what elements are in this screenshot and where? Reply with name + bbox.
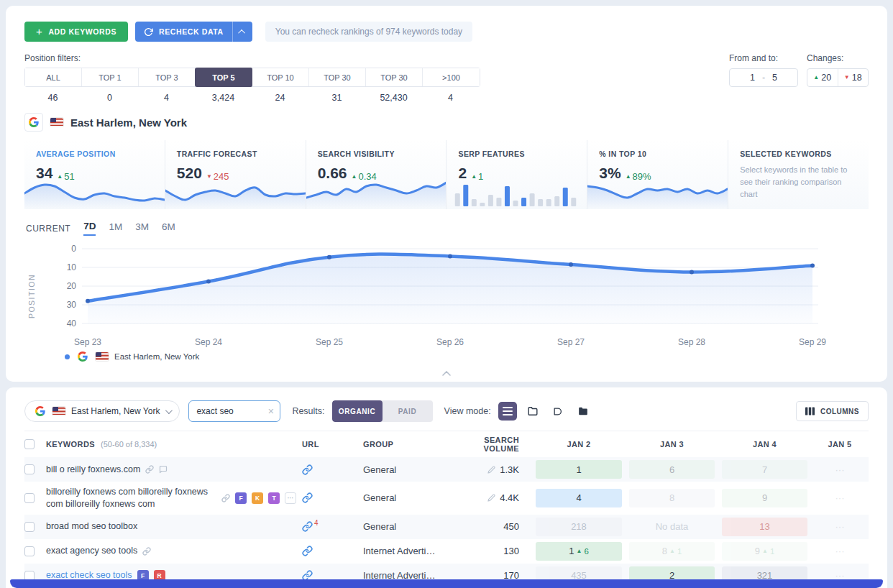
- from-value[interactable]: 1: [750, 73, 755, 83]
- google-icon: [75, 349, 90, 364]
- link-icon: [145, 465, 154, 474]
- refresh-icon: [144, 27, 153, 37]
- changes-down-filter[interactable]: ▼ 18: [838, 69, 869, 86]
- folder-view-icon[interactable]: [523, 402, 542, 421]
- chart-range-tabs: CURRENT7D1M3M6M: [24, 221, 869, 236]
- position-filter-tab--100[interactable]: >100: [423, 68, 480, 86]
- add-keywords-button[interactable]: + ADD KEYWORDS: [24, 22, 128, 42]
- position-filter-tab-top-5[interactable]: TOP 5: [195, 68, 253, 87]
- position-filter-count: 52,430: [365, 88, 422, 107]
- chart-range-tab-current[interactable]: CURRENT: [26, 224, 70, 234]
- to-value[interactable]: 5: [772, 73, 777, 83]
- toolbar: + ADD KEYWORDS RECHECK DATA You can rech…: [24, 22, 869, 42]
- triangle-down-icon: ▼: [844, 74, 850, 81]
- changes-up-filter[interactable]: ▲ 20: [807, 69, 838, 86]
- position-filter-tab-top-30[interactable]: TOP 30: [309, 68, 366, 86]
- svg-text:Sep 27: Sep 27: [557, 337, 585, 347]
- position-filters-label: Position filters:: [24, 53, 81, 63]
- position-filter-tab-top-30[interactable]: TOP 30: [366, 68, 423, 86]
- rank-tracker-app: + ADD KEYWORDS RECHECK DATA You can rech…: [0, 6, 893, 588]
- url-cell: [302, 492, 363, 503]
- search-volume-cell: 4.4K: [457, 492, 532, 503]
- row-checkbox[interactable]: [24, 522, 35, 532]
- from-to-range-input[interactable]: 1 - 5: [729, 68, 798, 87]
- organic-toggle[interactable]: ORGANIC: [332, 400, 383, 422]
- keywords-column-header: KEYWORDS: [46, 440, 95, 449]
- row-checkbox[interactable]: [24, 464, 35, 474]
- tag-view-icon[interactable]: [549, 402, 567, 421]
- recheck-dropdown-toggle[interactable]: [232, 22, 252, 42]
- keyword-cell: bill o reilly foxnews.com: [46, 459, 302, 480]
- list-view-icon[interactable]: [498, 402, 517, 421]
- keyword-link[interactable]: broad mod seo toolbox: [46, 520, 137, 533]
- metric-title: TRAFFIC FORECAST: [177, 150, 294, 158]
- group-cell: General: [363, 492, 457, 503]
- link-icon[interactable]: [302, 492, 313, 503]
- link-icon[interactable]: [302, 546, 313, 556]
- position-cell: 9: [722, 489, 807, 507]
- keyword-link[interactable]: billoreilly foxnews com billoreilly foxn…: [46, 486, 216, 510]
- rankings-panel: + ADD KEYWORDS RECHECK DATA You can rech…: [6, 6, 887, 382]
- select-all-checkbox[interactable]: [24, 439, 35, 449]
- metric-card-selected-keywords[interactable]: SELECTED KEYWORDSSelect keywords in the …: [728, 140, 869, 209]
- triangle-up-icon: ▲: [57, 173, 63, 180]
- location-select[interactable]: East Harlem, New York: [24, 400, 180, 422]
- url-cell: [302, 464, 363, 475]
- chart-range-tab-6m[interactable]: 6M: [162, 221, 175, 235]
- edit-pencil-icon[interactable]: [487, 494, 495, 502]
- recheck-data-button[interactable]: RECHECK DATA: [135, 22, 252, 42]
- results-label: Results:: [292, 406, 324, 416]
- triangle-up-icon: ▲: [352, 173, 357, 180]
- keyword-link[interactable]: exact agency seo tools: [46, 545, 137, 557]
- line-chart-svg: 010203040POSITIONSep 23Sep 24Sep 25Sep 2…: [24, 240, 831, 349]
- svg-text:POSITION: POSITION: [27, 274, 36, 318]
- svg-text:Sep 28: Sep 28: [678, 337, 705, 347]
- more-tags-badge[interactable]: ···: [285, 492, 296, 504]
- svg-text:40: 40: [67, 318, 77, 329]
- triangle-down-icon: ▼: [206, 173, 212, 180]
- paid-toggle[interactable]: PAID: [383, 400, 433, 422]
- keywords-range: (50-60 of 8,334): [101, 440, 157, 449]
- tag-badge: K: [252, 492, 263, 504]
- metric-card-search-visibility[interactable]: SEARCH VISIBILITY0.66▲0.34: [306, 140, 446, 209]
- metric-card-serp-features[interactable]: SERP FEATURES2▲1: [446, 140, 587, 209]
- table-row: billoreilly foxnews com billoreilly foxn…: [24, 482, 869, 515]
- position-filter-tab-top-1[interactable]: TOP 1: [82, 68, 139, 86]
- collapse-chart-button[interactable]: [24, 364, 869, 377]
- position-filter-count: 46: [24, 88, 81, 107]
- position-filter-count: 24: [252, 88, 308, 107]
- keyword-search-input[interactable]: [196, 406, 267, 416]
- chart-range-tab-7d[interactable]: 7D: [83, 221, 96, 236]
- position-filter-tab-all[interactable]: ALL: [25, 68, 82, 86]
- position-filter-tab-top-3[interactable]: TOP 3: [139, 68, 196, 86]
- link-icon[interactable]: [302, 521, 313, 532]
- chart-range-tab-3m[interactable]: 3M: [135, 221, 149, 235]
- view-mode-label: View mode:: [444, 406, 491, 416]
- tag-badge: T: [268, 492, 280, 504]
- row-checkbox[interactable]: [24, 493, 35, 503]
- folder-filled-view-icon[interactable]: [574, 402, 592, 421]
- svg-text:Sep 29: Sep 29: [799, 337, 826, 347]
- position-cell: 13: [722, 518, 807, 536]
- metric-card-traffic-forecast[interactable]: TRAFFIC FORECAST520▼245: [165, 140, 306, 209]
- chart-range-tab-1m[interactable]: 1M: [109, 221, 122, 235]
- url-cell: 4: [302, 521, 363, 532]
- position-cell: 1▲6: [536, 542, 622, 561]
- metric-value: 0.66: [318, 165, 347, 182]
- position-filter-tab-top-10[interactable]: TOP 10: [252, 68, 309, 86]
- clear-search-icon[interactable]: ✕: [267, 407, 274, 416]
- metric-title: SERP FEATURES: [458, 150, 575, 158]
- link-icon[interactable]: [302, 464, 313, 475]
- keyword-link[interactable]: bill o reilly foxnews.com: [46, 464, 140, 476]
- metric-card-average-position[interactable]: AVERAGE POSITION34▲51: [24, 140, 165, 209]
- table-filter-bar: East Harlem, New York ✕ Results: ORGANIC…: [24, 396, 869, 431]
- position-filter-count: 0: [81, 88, 138, 107]
- columns-button[interactable]: COLUMNS: [796, 401, 869, 421]
- metric-title: AVERAGE POSITION: [36, 150, 153, 158]
- metric-card-in-top-10[interactable]: % IN TOP 103%▲89%: [587, 140, 728, 209]
- table-row: broad mod seo toolbox4General450218No da…: [24, 515, 869, 539]
- link-icon: [221, 494, 230, 502]
- group-cell: Internet Adverti…: [363, 546, 457, 556]
- row-checkbox[interactable]: [24, 546, 35, 556]
- edit-pencil-icon[interactable]: [487, 466, 495, 474]
